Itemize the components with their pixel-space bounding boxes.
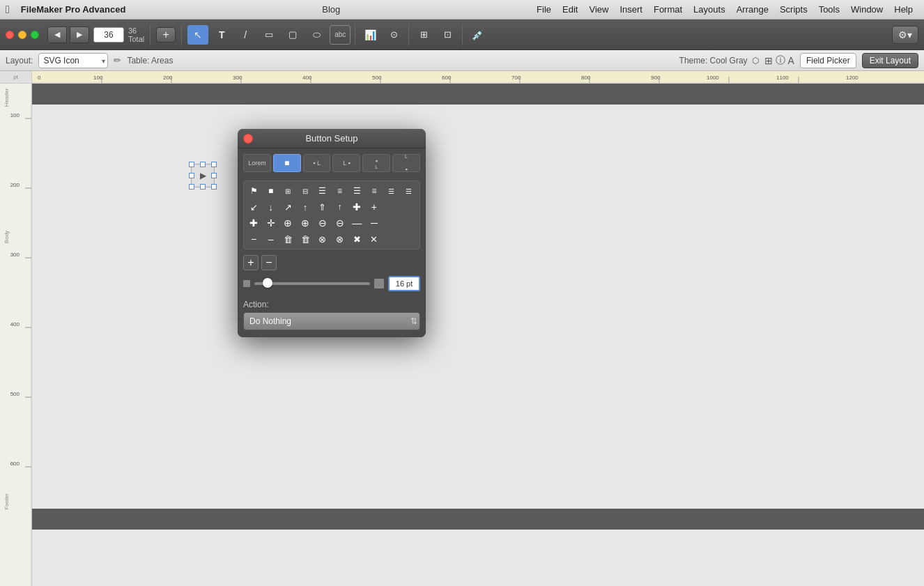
style-preset-icon-below[interactable]: L▪ bbox=[392, 154, 420, 172]
icon-list4[interactable]: ≡ bbox=[367, 183, 382, 199]
icon-plus-c2[interactable]: ✛ bbox=[263, 215, 279, 231]
icon-list5[interactable]: ☰ bbox=[384, 183, 399, 199]
chart-btn[interactable]: 📊 bbox=[360, 25, 380, 45]
icon-x2[interactable]: ✕ bbox=[367, 231, 382, 247]
icon-minus-l2[interactable]: – bbox=[263, 231, 279, 247]
info-icon[interactable]: ⓘ bbox=[776, 54, 785, 67]
icon-d-arrow[interactable]: ↓ bbox=[263, 199, 279, 215]
menu-tools[interactable]: Tools bbox=[813, 3, 845, 16]
icon-trash2[interactable]: 🗑 bbox=[298, 231, 313, 247]
slider-thumb[interactable] bbox=[263, 278, 272, 288]
icon-circle-x2[interactable]: ⊗ bbox=[332, 231, 348, 247]
button-tool-btn[interactable]: ⊙ bbox=[383, 25, 404, 45]
gear-settings-btn[interactable]: ⚙▾ bbox=[892, 26, 918, 44]
size-value-input[interactable] bbox=[388, 276, 420, 291]
icon-u-arrow[interactable]: ↑ bbox=[298, 199, 313, 215]
edit-layout-icon[interactable]: ✏ bbox=[114, 55, 121, 65]
menu-window[interactable]: Window bbox=[845, 3, 888, 16]
style-preset-icon-text[interactable]: ▪ L bbox=[303, 154, 331, 172]
icon-line2[interactable]: ─ bbox=[367, 215, 382, 231]
icon-plus-c4[interactable]: ⊕ bbox=[298, 215, 313, 231]
icon-flag[interactable]: ⚑ bbox=[246, 183, 261, 199]
icon-u2-arrow[interactable]: ⇑ bbox=[315, 199, 330, 215]
page-number-input[interactable] bbox=[93, 27, 124, 43]
action-select[interactable]: Do Nothing Go to Layout Go to Record Per… bbox=[243, 312, 420, 330]
menu-scripts[interactable]: Scripts bbox=[774, 3, 813, 16]
rounded-rect-tool-btn[interactable]: ▢ bbox=[282, 25, 303, 45]
traffic-light-green[interactable] bbox=[31, 31, 39, 39]
menu-layouts[interactable]: Layouts bbox=[688, 3, 731, 16]
size-slider-track[interactable] bbox=[254, 282, 370, 285]
icon-x1[interactable]: ✖ bbox=[349, 231, 364, 247]
menu-arrange[interactable]: Arrange bbox=[731, 3, 774, 16]
canvas-button-element[interactable]: ▶ bbox=[191, 164, 215, 187]
add-icon-btn[interactable]: + bbox=[243, 255, 259, 270]
exit-layout-btn[interactable]: Exit Layout bbox=[862, 53, 918, 68]
field-tool-btn[interactable]: abc bbox=[330, 25, 351, 45]
portal-tool-btn[interactable]: ⊞ bbox=[413, 25, 434, 45]
traffic-light-yellow[interactable] bbox=[18, 31, 26, 39]
rect-tool-btn[interactable]: ▭ bbox=[259, 25, 279, 45]
popover-tool-btn[interactable]: ⊡ bbox=[437, 25, 458, 45]
icon-empty1[interactable] bbox=[384, 199, 399, 215]
icon-minus-c1[interactable]: ⊖ bbox=[315, 215, 330, 231]
icon-list1[interactable]: ☰ bbox=[315, 183, 330, 199]
theme-icon[interactable]: ⬡ bbox=[752, 56, 759, 65]
icon-plus-c1[interactable]: ✚ bbox=[246, 215, 261, 231]
icon-empty5[interactable] bbox=[384, 231, 399, 247]
icon-split-v[interactable]: ⊟ bbox=[298, 183, 313, 199]
icon-line1[interactable]: — bbox=[349, 215, 364, 231]
style-preset-text[interactable]: Lorem bbox=[243, 154, 271, 172]
icon-split-h[interactable]: ⊞ bbox=[280, 183, 295, 199]
dialog-close-btn[interactable] bbox=[243, 134, 253, 144]
line-tool-btn[interactable]: / bbox=[235, 25, 256, 45]
icon-list6[interactable]: ☰ bbox=[401, 183, 416, 199]
style-preset-icon-above[interactable]: ▪L bbox=[362, 154, 390, 172]
small-size-indicator bbox=[243, 280, 250, 287]
select-tool-btn[interactable]: ↖ bbox=[187, 25, 208, 45]
layout-select[interactable]: SVG Icon bbox=[38, 53, 108, 68]
icon-dl-arrow[interactable]: ↙ bbox=[246, 199, 261, 215]
apple-logo[interactable]:  bbox=[6, 3, 10, 16]
icon-list2[interactable]: ≡ bbox=[332, 183, 348, 199]
nav-fwd-btn[interactable]: ▶ bbox=[70, 26, 89, 43]
icon-empty6[interactable] bbox=[401, 231, 416, 247]
icon-square[interactable]: ■ bbox=[263, 183, 279, 199]
icon-empty2[interactable] bbox=[401, 199, 416, 215]
large-size-indicator bbox=[374, 279, 384, 288]
icon-circle-x1[interactable]: ⊗ bbox=[315, 231, 330, 247]
icon-empty3[interactable] bbox=[384, 215, 399, 231]
icon-empty4[interactable] bbox=[401, 215, 416, 231]
nav-back-btn[interactable]: ◀ bbox=[47, 26, 67, 43]
add-record-btn[interactable]: + bbox=[156, 27, 176, 43]
svg-text:Body: Body bbox=[3, 231, 10, 243]
icon-plus-lg[interactable]: ✚ bbox=[349, 199, 364, 215]
menu-edit[interactable]: Edit bbox=[557, 3, 583, 16]
icon-share-arrow[interactable]: ↑ bbox=[332, 199, 348, 215]
icon-trash1[interactable]: 🗑 bbox=[280, 231, 295, 247]
eyedropper-btn[interactable]: 💉 bbox=[467, 25, 488, 45]
remove-icon-btn[interactable]: − bbox=[261, 255, 277, 270]
icon-list3[interactable]: ☰ bbox=[349, 183, 364, 199]
grid-view-icon[interactable]: ⊞ bbox=[764, 55, 773, 66]
menu-help[interactable]: Help bbox=[888, 3, 918, 16]
oval-tool-btn[interactable]: ⬭ bbox=[306, 25, 327, 45]
icon-grid-container: ⚑ ■ ⊞ ⊟ ☰ ≡ ☰ ≡ ☰ ☰ ↙ ↓ ↗ ↑ ⇑ ↑ bbox=[238, 178, 426, 252]
svg-text:300: 300 bbox=[10, 252, 20, 258]
svg-text:600: 600 bbox=[10, 461, 20, 467]
menu-format[interactable]: Format bbox=[648, 3, 688, 16]
style-preset-text-icon[interactable]: L ▪ bbox=[332, 154, 360, 172]
field-picker-btn[interactable]: Field Picker bbox=[800, 53, 856, 68]
icon-plus-sm[interactable]: + bbox=[367, 199, 382, 215]
icon-plus-c3[interactable]: ⊕ bbox=[280, 215, 295, 231]
icon-ur-arrow[interactable]: ↗ bbox=[280, 199, 295, 215]
text-tool-btn[interactable]: T bbox=[211, 25, 232, 45]
menu-insert[interactable]: Insert bbox=[614, 3, 648, 16]
menu-file[interactable]: File bbox=[531, 3, 557, 16]
style-preset-icon[interactable]: ■ bbox=[273, 154, 301, 172]
menu-view[interactable]: View bbox=[583, 3, 614, 16]
text-size-icon[interactable]: A bbox=[788, 55, 794, 66]
icon-minus-c2[interactable]: ⊖ bbox=[332, 215, 348, 231]
icon-minus-l1[interactable]: − bbox=[246, 231, 261, 247]
traffic-light-red[interactable] bbox=[6, 31, 14, 39]
